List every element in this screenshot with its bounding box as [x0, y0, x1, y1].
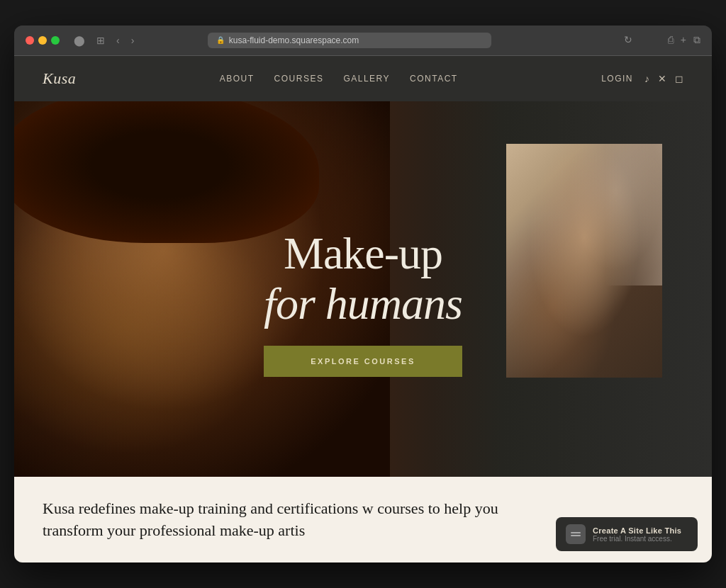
nav-about[interactable]: ABOUT [220, 74, 255, 84]
badge-sub-text: Free trial. Instant access. [593, 535, 681, 543]
instagram-icon[interactable]: ◻ [675, 73, 683, 84]
hero-section: Make-up for humans EXPLORE COURSES [14, 101, 712, 477]
navbar: Kusa ABOUT COURSES GALLERY CONTACT LOGIN… [14, 56, 712, 101]
browser-window: ⬤ ⊞ ‹ › 🔒 kusa-fluid-demo.squarespace.co… [14, 26, 712, 563]
tab-view-button[interactable]: ⊞ [94, 33, 108, 47]
share-button[interactable]: ⎙ [668, 34, 674, 46]
hero-title: Make-up for humans [264, 229, 462, 329]
bottom-section: Kusa redefines make-up training and cert… [14, 477, 712, 563]
svg-rect-0 [571, 532, 581, 533]
new-tab-button[interactable]: + [681, 34, 686, 46]
back-arrow-button[interactable]: ‹ [113, 33, 123, 47]
explore-courses-button[interactable]: EXPLORE COURSES [264, 346, 462, 377]
hero-title-line1: Make-up [264, 229, 462, 278]
social-icons: ♪ ✕ ◻ [644, 73, 683, 84]
browser-nav: ⬤ ⊞ ‹ › [71, 33, 137, 47]
nav-right: LOGIN ♪ ✕ ◻ [601, 73, 683, 84]
browser-chrome: ⬤ ⊞ ‹ › 🔒 kusa-fluid-demo.squarespace.co… [14, 26, 712, 56]
back-button[interactable]: ⬤ [71, 33, 88, 47]
lock-icon: 🔒 [216, 36, 225, 44]
bottom-description: Kusa redefines make-up training and cert… [43, 498, 539, 542]
badge-main-text: Create A Site Like This [593, 526, 681, 535]
svg-rect-1 [571, 535, 581, 536]
twitter-icon[interactable]: ✕ [658, 73, 666, 84]
hero-text-area: Make-up for humans EXPLORE COURSES [264, 229, 462, 377]
site-logo[interactable]: Kusa [43, 69, 76, 88]
fullscreen-button[interactable] [51, 36, 60, 45]
windows-button[interactable]: ⧉ [693, 34, 700, 46]
nav-contact[interactable]: CONTACT [410, 74, 458, 84]
nav-gallery[interactable]: GALLERY [343, 74, 390, 84]
minimize-button[interactable] [38, 36, 47, 45]
url-text: kusa-fluid-demo.squarespace.com [229, 35, 359, 45]
browser-actions: ↻ ⎙ + ⧉ [624, 34, 700, 46]
squarespace-badge-text: Create A Site Like This Free trial. Inst… [593, 526, 681, 543]
website-content: Kusa ABOUT COURSES GALLERY CONTACT LOGIN… [14, 56, 712, 563]
close-button[interactable] [26, 36, 34, 45]
nav-courses[interactable]: COURSES [274, 74, 324, 84]
tiktok-icon[interactable]: ♪ [644, 73, 649, 84]
address-bar[interactable]: 🔒 kusa-fluid-demo.squarespace.com [208, 33, 491, 48]
forward-arrow-button[interactable]: › [128, 33, 138, 47]
squarespace-logo-icon [566, 524, 586, 544]
nav-links: ABOUT COURSES GALLERY CONTACT [220, 74, 458, 84]
traffic-lights [26, 36, 60, 45]
login-button[interactable]: LOGIN [601, 74, 633, 84]
reload-button[interactable]: ↻ [624, 34, 632, 46]
squarespace-badge[interactable]: Create A Site Like This Free trial. Inst… [556, 517, 698, 551]
hero-title-line2: for humans [264, 279, 462, 329]
hero-content: Make-up for humans EXPLORE COURSES [14, 101, 712, 477]
